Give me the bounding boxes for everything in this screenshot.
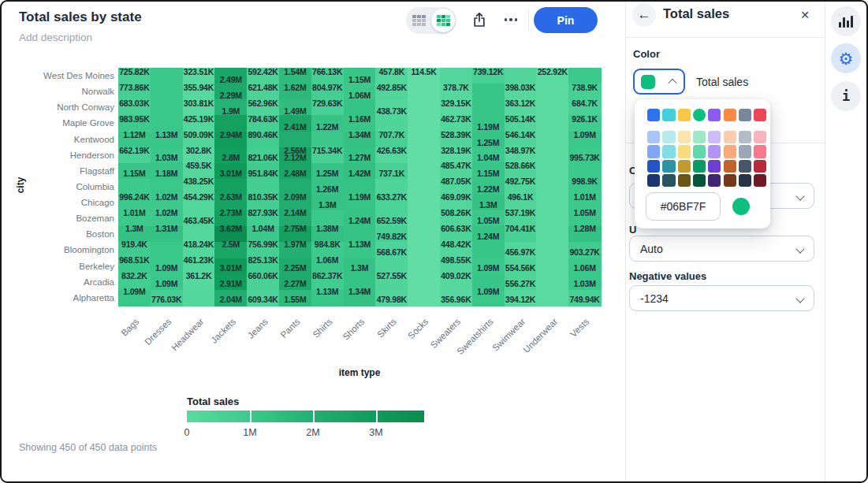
palette-shade-swatch[interactable] xyxy=(678,131,691,143)
palette-shade-swatch[interactable] xyxy=(662,145,675,158)
heatmap-cell[interactable] xyxy=(472,84,505,100)
info-tab[interactable]: i xyxy=(831,81,861,111)
heatmap-cell[interactable] xyxy=(151,68,183,84)
heatmap-cell[interactable] xyxy=(408,99,440,116)
palette-swatch[interactable] xyxy=(708,109,721,121)
heatmap-cell[interactable] xyxy=(151,99,183,116)
heatmap-cell[interactable] xyxy=(408,226,440,243)
palette-shade-swatch[interactable] xyxy=(724,131,736,143)
heatmap-cell[interactable] xyxy=(536,99,568,116)
palette-shade-swatch[interactable] xyxy=(678,160,691,173)
palette-swatch[interactable] xyxy=(754,109,766,121)
palette-shade-swatch[interactable] xyxy=(647,131,660,143)
heatmap-cell[interactable] xyxy=(408,274,440,291)
heatmap-cell[interactable] xyxy=(472,99,505,116)
palette-swatch[interactable] xyxy=(662,109,675,121)
heatmap-cell[interactable] xyxy=(536,210,568,227)
hex-color-input[interactable] xyxy=(646,192,721,221)
palette-shade-swatch[interactable] xyxy=(647,174,660,187)
palette-shade-swatch[interactable] xyxy=(662,131,675,143)
heatmap-cell[interactable] xyxy=(408,115,440,132)
palette-swatch[interactable] xyxy=(678,109,691,121)
heatmap-cell[interactable] xyxy=(536,84,568,100)
palette-shade-swatch[interactable] xyxy=(708,160,721,173)
heatmap-cell[interactable] xyxy=(536,115,568,132)
heatmap-cell[interactable] xyxy=(408,242,440,258)
heatmap-cell[interactable] xyxy=(536,290,568,307)
negative-values-dropdown[interactable]: -1234 xyxy=(629,285,814,311)
palette-swatch[interactable] xyxy=(693,109,706,121)
palette-shade-swatch[interactable] xyxy=(754,145,766,158)
palette-shade-swatch[interactable] xyxy=(754,160,766,173)
chart-settings-tab[interactable] xyxy=(831,6,861,36)
heatmap-cell[interactable] xyxy=(408,290,440,307)
palette-shade-swatch[interactable] xyxy=(693,145,706,158)
heatmap-cell[interactable] xyxy=(536,226,568,243)
heatmap-cell[interactable] xyxy=(536,147,568,164)
palette-shade-swatch[interactable] xyxy=(678,145,691,158)
heatmap-cell[interactable] xyxy=(408,210,440,227)
heatmap-cell[interactable] xyxy=(568,68,601,84)
cell-value-label: 329.15K xyxy=(441,98,471,108)
x-axis-labels: BagsDressesHeadwearJacketsJeansPantsShir… xyxy=(118,307,601,375)
palette-shade-swatch[interactable] xyxy=(739,131,751,143)
palette-shade-swatch[interactable] xyxy=(693,174,706,187)
palette-shade-swatch[interactable] xyxy=(754,131,766,143)
palette-swatch[interactable] xyxy=(724,109,736,121)
heatmap-cell[interactable] xyxy=(440,68,472,84)
more-options-button[interactable] xyxy=(498,7,523,32)
palette-shade-swatch[interactable] xyxy=(693,131,706,143)
heatmap-cell[interactable] xyxy=(408,84,440,100)
add-description-field[interactable]: Add description xyxy=(19,32,92,43)
palette-shade-swatch[interactable] xyxy=(647,145,660,158)
palette-shade-swatch[interactable] xyxy=(739,174,751,187)
heatmap-cell[interactable] xyxy=(408,258,440,275)
heatmap-cell[interactable] xyxy=(408,163,440,180)
units-dropdown[interactable]: Auto xyxy=(629,236,814,262)
table-view-toggle[interactable] xyxy=(406,7,431,34)
heatmap-cell[interactable] xyxy=(536,258,568,275)
heatmap-cell[interactable] xyxy=(472,242,505,258)
heatmap-cell[interactable] xyxy=(536,132,568,148)
heatmap-cell[interactable] xyxy=(183,290,215,307)
y-axis-label: Bozeman xyxy=(6,210,114,226)
heatmap-cell[interactable] xyxy=(505,68,537,84)
palette-shade-swatch[interactable] xyxy=(708,131,721,143)
palette-shade-swatch[interactable] xyxy=(662,174,675,187)
heatmap-cell[interactable] xyxy=(536,163,568,180)
y-axis-label: Henderson xyxy=(6,147,114,163)
heatmap-cell[interactable] xyxy=(536,179,568,195)
palette-shade-swatch[interactable] xyxy=(693,160,706,173)
heatmap-cell[interactable] xyxy=(536,242,568,258)
format-settings-tab[interactable]: ⚙ xyxy=(831,43,861,73)
heatmap-view-toggle[interactable] xyxy=(431,9,455,32)
palette-shade-swatch[interactable] xyxy=(754,174,766,187)
back-button[interactable]: ← xyxy=(632,3,656,27)
palette-shade-swatch[interactable] xyxy=(678,174,691,187)
heatmap-cell[interactable] xyxy=(408,147,440,164)
heatmap-cell[interactable] xyxy=(536,195,568,211)
close-panel-button[interactable]: ✕ xyxy=(793,3,817,27)
heatmap-cell[interactable] xyxy=(408,195,440,211)
share-button[interactable] xyxy=(467,7,492,32)
palette-shade-swatch[interactable] xyxy=(724,145,736,158)
palette-shade-swatch[interactable] xyxy=(662,160,675,173)
palette-swatch[interactable] xyxy=(647,109,660,121)
palette-shade-swatch[interactable] xyxy=(724,174,736,187)
palette-shade-swatch[interactable] xyxy=(647,160,660,173)
hex-color-preview-dot[interactable] xyxy=(732,198,750,215)
color-swatch-dropdown[interactable] xyxy=(633,69,685,95)
cell-value-label: 1.49M xyxy=(284,106,306,116)
palette-shade-swatch[interactable] xyxy=(724,160,736,173)
heatmap-cell[interactable] xyxy=(536,274,568,291)
heatmap-cell[interactable] xyxy=(408,132,440,148)
heatmap-cell[interactable] xyxy=(151,84,183,100)
palette-shade-swatch[interactable] xyxy=(739,160,751,173)
heatmap-cell[interactable] xyxy=(408,179,440,195)
heatmap-cell[interactable] xyxy=(151,242,183,258)
palette-shade-swatch[interactable] xyxy=(708,174,721,187)
palette-shade-swatch[interactable] xyxy=(739,145,751,158)
palette-shade-swatch[interactable] xyxy=(708,145,721,158)
palette-swatch[interactable] xyxy=(739,109,751,121)
pin-button[interactable]: Pin xyxy=(534,7,598,33)
